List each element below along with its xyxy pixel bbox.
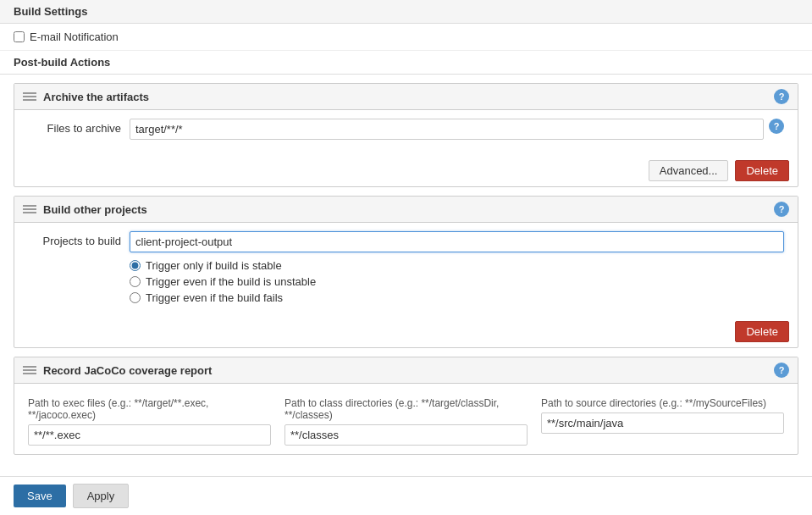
email-notification-row: E-mail Notification bbox=[0, 24, 812, 51]
archive-actions: Advanced... Delete bbox=[14, 155, 798, 186]
projects-to-build-row: Projects to build bbox=[28, 231, 784, 252]
archive-artifacts-header: Archive the artifacts ? bbox=[14, 84, 798, 110]
radio-fail-label[interactable]: Trigger even if the build fails bbox=[146, 291, 283, 304]
radio-stable[interactable] bbox=[130, 260, 141, 271]
email-notification-label: E-mail Notification bbox=[30, 30, 119, 43]
radio-unstable[interactable] bbox=[130, 276, 141, 287]
projects-to-build-input-wrapper bbox=[130, 231, 784, 252]
jacoco-drag-handle[interactable] bbox=[23, 366, 36, 374]
build-settings-header: Build Settings bbox=[0, 0, 812, 24]
radio-fail-option: Trigger even if the build fails bbox=[130, 291, 784, 304]
radio-stable-option: Trigger only if build is stable bbox=[130, 259, 784, 272]
build-other-actions: Delete bbox=[14, 316, 798, 347]
files-to-archive-input[interactable] bbox=[130, 119, 764, 140]
build-other-drag-handle[interactable] bbox=[23, 205, 36, 213]
build-other-projects-title-area: Build other projects bbox=[23, 203, 147, 216]
jacoco-title: Record JaCoCo coverage report bbox=[43, 364, 212, 377]
jacoco-header: Record JaCoCo coverage report ? bbox=[14, 357, 798, 384]
radio-unstable-label[interactable]: Trigger even if the build is unstable bbox=[146, 275, 316, 288]
files-to-archive-label: Files to archive bbox=[28, 119, 130, 135]
build-other-projects-panel: Build other projects ? Projects to build… bbox=[14, 196, 798, 348]
jacoco-body: Path to exec files (e.g.: **/target/**.e… bbox=[14, 384, 798, 454]
jacoco-col2-label: Path to class directories (e.g.: **/targ… bbox=[284, 397, 528, 421]
jacoco-exec-input[interactable] bbox=[28, 424, 271, 446]
jacoco-title-area: Record JaCoCo coverage report bbox=[23, 364, 212, 377]
trigger-radio-group: Trigger only if build is stable Trigger … bbox=[130, 259, 784, 304]
jacoco-columns: Path to exec files (e.g.: **/target/**.e… bbox=[28, 397, 784, 446]
build-other-projects-header: Build other projects ? bbox=[14, 197, 798, 223]
archive-artifacts-title: Archive the artifacts bbox=[43, 91, 149, 103]
radio-stable-label[interactable]: Trigger only if build is stable bbox=[146, 259, 282, 272]
jacoco-col-2: Path to class directories (e.g.: **/targ… bbox=[284, 397, 528, 446]
build-other-projects-body: Projects to build Trigger only if build … bbox=[14, 223, 798, 316]
files-to-archive-help-icon[interactable]: ? bbox=[769, 119, 784, 134]
jacoco-help-icon[interactable]: ? bbox=[774, 363, 789, 378]
apply-button[interactable]: Apply bbox=[73, 484, 130, 508]
jacoco-panel: Record JaCoCo coverage report ? Path to … bbox=[14, 357, 798, 455]
archive-artifacts-body: Files to archive ? bbox=[14, 110, 798, 155]
archive-drag-handle[interactable] bbox=[23, 92, 36, 101]
jacoco-col-1: Path to exec files (e.g.: **/target/**.e… bbox=[28, 397, 271, 446]
archive-artifacts-title-area: Archive the artifacts bbox=[23, 91, 149, 103]
archive-artifacts-panel: Archive the artifacts ? Files to archive… bbox=[14, 83, 798, 187]
post-build-actions-header: Post-build Actions bbox=[0, 51, 812, 75]
files-to-archive-row: Files to archive ? bbox=[28, 119, 784, 140]
jacoco-col1-label: Path to exec files (e.g.: **/target/**.e… bbox=[28, 397, 271, 421]
main-content: Archive the artifacts ? Files to archive… bbox=[0, 75, 812, 515]
archive-help-icon[interactable]: ? bbox=[774, 89, 789, 104]
jacoco-col-3: Path to source directories (e.g.: **/myS… bbox=[541, 397, 784, 446]
projects-to-build-input[interactable] bbox=[130, 231, 784, 252]
bottom-bar: Save Apply bbox=[0, 476, 812, 515]
email-notification-checkbox[interactable] bbox=[14, 31, 25, 42]
radio-fail[interactable] bbox=[130, 292, 141, 303]
jacoco-classes-input[interactable] bbox=[284, 424, 528, 446]
jacoco-source-input[interactable] bbox=[541, 413, 784, 434]
build-other-help-icon[interactable]: ? bbox=[774, 202, 789, 217]
advanced-button[interactable]: Advanced... bbox=[649, 160, 729, 181]
build-other-delete-button[interactable]: Delete bbox=[735, 321, 789, 342]
save-button[interactable]: Save bbox=[14, 485, 66, 507]
projects-to-build-label: Projects to build bbox=[28, 231, 130, 247]
radio-unstable-option: Trigger even if the build is unstable bbox=[130, 275, 784, 288]
files-to-archive-input-wrapper bbox=[130, 119, 764, 140]
build-other-projects-title: Build other projects bbox=[43, 203, 147, 216]
jacoco-col3-label: Path to source directories (e.g.: **/myS… bbox=[541, 397, 784, 409]
archive-delete-button[interactable]: Delete bbox=[735, 160, 789, 181]
